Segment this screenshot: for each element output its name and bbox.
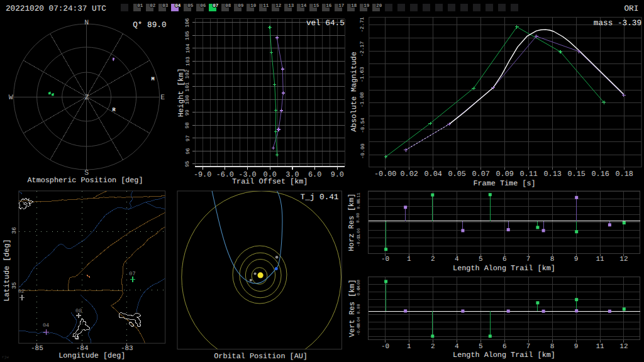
svg-text:12: 12 [619, 343, 628, 351]
svg-text:105: 105 [186, 31, 191, 40]
svg-text:6: 6 [502, 256, 507, 263]
svg-text:2: 2 [431, 343, 435, 351]
svg-text:-6.0: -6.0 [216, 170, 234, 179]
svg-text:Absolute Magnitude: Absolute Magnitude [350, 52, 358, 131]
svg-text:01: 01 [137, 3, 143, 9]
svg-text:16: 16 [326, 3, 332, 9]
svg-text:11: 11 [263, 4, 269, 9]
svg-text:-0.54: -0.54 [360, 118, 366, 133]
svg-text:08: 08 [75, 308, 82, 314]
svg-text:11: 11 [596, 256, 604, 263]
svg-text:mass -3.39: mass -3.39 [594, 18, 641, 28]
svg-text:Longitude [deg]: Longitude [deg] [58, 351, 125, 360]
svg-text:-0.08: -0.08 [357, 323, 361, 336]
svg-text:0.16: 0.16 [592, 170, 609, 178]
svg-text:99: 99 [186, 109, 191, 116]
svg-text:Length Along Trail [km]: Length Along Trail [km] [453, 264, 555, 273]
svg-text:36: 36 [11, 227, 18, 234]
svg-text:98: 98 [186, 123, 191, 129]
svg-text:0.00: 0.00 [357, 304, 361, 314]
svg-text:0.06: 0.06 [357, 199, 361, 209]
svg-text:9: 9 [574, 343, 579, 351]
svg-text:14: 14 [301, 4, 307, 9]
svg-text:04: 04 [43, 322, 49, 329]
svg-text:10: 10 [250, 3, 257, 9]
svg-text:Orbital Position [AU]: Orbital Position [AU] [214, 352, 308, 361]
svg-text:2: 2 [431, 256, 435, 263]
svg-text:0.05: 0.05 [448, 170, 466, 178]
svg-text:12: 12 [275, 3, 282, 9]
svg-text:09: 09 [238, 3, 244, 9]
svg-text:8: 8 [550, 343, 555, 351]
svg-text:15: 15 [313, 4, 319, 9]
svg-text:N: N [84, 19, 89, 27]
svg-text:M: M [151, 76, 154, 82]
svg-text:1: 1 [407, 343, 411, 351]
svg-text:104: 104 [186, 44, 191, 53]
svg-text:0.02: 0.02 [401, 170, 418, 178]
svg-text:9: 9 [574, 256, 579, 263]
svg-text:0.04: 0.04 [357, 285, 361, 295]
svg-text:-2.71: -2.71 [360, 17, 366, 33]
svg-text:02: 02 [18, 288, 25, 295]
svg-text:12: 12 [619, 256, 628, 263]
svg-text:9.0: 9.0 [331, 170, 344, 179]
svg-text:0.04: 0.04 [425, 170, 442, 178]
svg-text:ORI: ORI [625, 4, 639, 13]
svg-text:20: 20 [376, 3, 382, 9]
svg-text:T_j 0.41: T_j 0.41 [301, 192, 339, 202]
svg-text:Frame Time [s]: Frame Time [s] [473, 179, 535, 188]
svg-text:03: 03 [162, 3, 169, 9]
svg-text:05: 05 [187, 3, 194, 9]
svg-text:0.00: 0.00 [357, 213, 361, 223]
svg-text:6.0: 6.0 [308, 170, 321, 179]
svg-text:6: 6 [502, 343, 507, 351]
svg-text:Z: Z [85, 94, 89, 102]
svg-text:-0.11: -0.11 [357, 234, 361, 247]
svg-text:Atmospheric Position [deg]: Atmospheric Position [deg] [27, 176, 143, 185]
svg-text:Height [km]: Height [km] [177, 68, 186, 117]
svg-text:-9.0: -9.0 [194, 170, 211, 179]
svg-text:102: 102 [186, 69, 191, 79]
svg-text:7: 7 [526, 256, 531, 263]
svg-text:0.15: 0.15 [568, 170, 586, 178]
svg-text:101: 101 [186, 82, 191, 92]
svg-text:20221020 07:24:37 UTC: 20221020 07:24:37 UTC [6, 4, 106, 13]
svg-text:-1.63: -1.63 [360, 67, 366, 82]
svg-text:-0: -0 [381, 256, 389, 263]
svg-text:0.11: 0.11 [520, 170, 538, 178]
svg-text:Horz Res [km]: Horz Res [km] [348, 194, 357, 251]
svg-text:35: 35 [11, 282, 18, 289]
svg-text:-0: -0 [381, 343, 389, 351]
svg-text:97: 97 [186, 135, 191, 141]
svg-text:96: 96 [186, 148, 191, 155]
svg-text:08: 08 [225, 3, 231, 9]
svg-text:-0.00: -0.00 [374, 170, 396, 178]
svg-text:02: 02 [150, 3, 156, 9]
svg-text:18: 18 [351, 3, 357, 9]
svg-text:-2.17: -2.17 [360, 41, 366, 57]
svg-text:-0.00: -0.00 [360, 143, 366, 159]
svg-text:95: 95 [186, 161, 191, 167]
svg-text:0.13: 0.13 [544, 170, 562, 178]
svg-text:Length Along Trail [km]: Length Along Trail [km] [453, 351, 555, 359]
svg-text:5: 5 [479, 343, 483, 351]
svg-text:Latitude [deg]: Latitude [deg] [3, 239, 11, 301]
svg-text:rjw: rjw [2, 355, 9, 359]
svg-text:Q* 89.0: Q* 89.0 [133, 20, 166, 30]
svg-text:0.18: 0.18 [616, 170, 633, 178]
svg-text:5: 5 [479, 256, 483, 263]
svg-text:-85: -85 [31, 345, 43, 353]
svg-text:11: 11 [596, 343, 604, 351]
svg-text:17: 17 [338, 4, 345, 9]
svg-text:8: 8 [550, 256, 555, 263]
svg-text:106: 106 [186, 18, 191, 28]
svg-text:04: 04 [175, 3, 181, 9]
svg-text:0.09: 0.09 [496, 170, 514, 178]
svg-text:4: 4 [455, 256, 459, 263]
svg-text:103: 103 [186, 57, 191, 66]
svg-text:0.07: 0.07 [472, 170, 490, 178]
svg-text:Vert Res [km]: Vert Res [km] [348, 279, 357, 337]
svg-text:7: 7 [526, 343, 531, 351]
svg-text:100: 100 [186, 95, 191, 104]
